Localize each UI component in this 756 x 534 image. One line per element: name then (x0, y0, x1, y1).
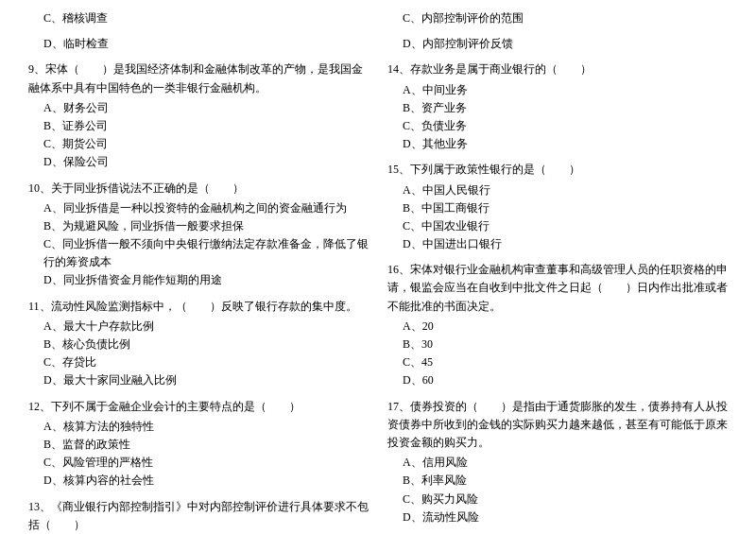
q10-opt-b: B、为规避风险，同业拆借一般要求担保 (28, 217, 369, 235)
q16-text: 16、宋体对银行业金融机构审查董事和高级管理人员的任职资格的申请，银监会应当在自… (387, 261, 728, 316)
q14-text: 14、存款业务是属于商业银行的（ ） (387, 60, 728, 78)
q12-opt-c: C、风险管理的严格性 (28, 454, 369, 472)
q15-opt-d: D、中国进出口银行 (387, 235, 728, 253)
q12-opt-b: B、监督的政策性 (28, 436, 369, 454)
q17-opt-b: B、利率风险 (387, 472, 728, 490)
question-10: 10、关于同业拆借说法不正确的是（ ） A、同业拆借是一种以投资特的金融机构之间… (28, 180, 369, 290)
q17-opt-a: A、信用风险 (387, 454, 728, 472)
left-item-c-audit: C、稽核调查 (28, 9, 369, 27)
q16-opt-c: C、45 (387, 353, 728, 371)
q17-opt-c: C、购买力风险 (387, 491, 728, 508)
q12-opt-d: D、核算内容的社会性 (28, 472, 369, 490)
q17-opt-d: D、流动性风险 (387, 508, 728, 526)
q14-opt-c: C、负债业务 (387, 117, 728, 135)
option-text: D、临时检查 (28, 35, 369, 53)
q11-opt-c: C、存贷比 (28, 353, 369, 371)
q11-opt-b: B、核心负债比例 (28, 336, 369, 353)
right-item-c-range: C、内部控制评价的范围 (387, 9, 728, 27)
q16-opt-d: D、60 (387, 371, 728, 389)
q12-opt-a: A、核算方法的独特性 (28, 418, 369, 436)
q14-opt-a: A、中间业务 (387, 81, 728, 99)
q16-opt-b: B、30 (387, 336, 728, 353)
left-column: C、稽核调查 D、临时检查 9、宋体（ ）是我国经济体制和金融体制改革的产物，是… (28, 9, 369, 534)
q14-opt-b: B、资产业务 (387, 99, 728, 117)
question-9: 9、宋体（ ）是我国经济体制和金融体制改革的产物，是我国金融体系中具有中国特色的… (28, 60, 369, 171)
q10-opt-c: C、同业拆借一般不须向中央银行缴纳法定存款准备金，降低了银行的筹资成本 (28, 235, 369, 271)
page-content: C、稽核调查 D、临时检查 9、宋体（ ）是我国经济体制和金融体制改革的产物，是… (28, 9, 728, 534)
q9-opt-d: D、保险公司 (28, 153, 369, 171)
q10-opt-a: A、同业拆借是一种以投资特的金融机构之间的资金融通行为 (28, 199, 369, 217)
q15-opt-b: B、中国工商银行 (387, 199, 728, 217)
question-14: 14、存款业务是属于商业银行的（ ） A、中间业务 B、资产业务 C、负债业务 … (387, 60, 728, 153)
q11-opt-d: D、最大十家同业融入比例 (28, 371, 369, 389)
q10-opt-d: D、同业拆借资金月能作短期的用途 (28, 271, 369, 289)
question-15: 15、下列属于政策性银行的是（ ） A、中国人民银行 B、中国工商银行 C、中国… (387, 161, 728, 253)
option-text: C、内部控制评价的范围 (387, 9, 728, 27)
q9-opt-b: B、证券公司 (28, 117, 369, 135)
q11-text: 11、流动性风险监测指标中，（ ）反映了银行存款的集中度。 (28, 298, 369, 316)
question-13: 13、《商业银行内部控制指引》中对内部控制评价进行具体要求不包括（ ） A、内部… (28, 498, 369, 535)
q9-opt-a: A、财务公司 (28, 99, 369, 117)
question-12: 12、下列不属于金融企业会计的主要特点的是（ ） A、核算方法的独特性 B、监督… (28, 398, 369, 491)
option-text: D、内部控制评价反馈 (387, 35, 728, 53)
question-11: 11、流动性风险监测指标中，（ ）反映了银行存款的集中度。 A、最大十户存款比例… (28, 298, 369, 390)
q12-text: 12、下列不属于金融企业会计的主要特点的是（ ） (28, 398, 369, 416)
option-text: C、稽核调查 (28, 9, 369, 27)
q13-text: 13、《商业银行内部控制指引》中对内部控制评价进行具体要求不包括（ ） (28, 498, 369, 534)
q15-opt-a: A、中国人民银行 (387, 181, 728, 199)
q15-text: 15、下列属于政策性银行的是（ ） (387, 161, 728, 179)
q9-text: 9、宋体（ ）是我国经济体制和金融体制改革的产物，是我国金融体系中具有中国特色的… (28, 60, 369, 96)
q16-opt-a: A、20 (387, 318, 728, 336)
q14-opt-d: D、其他业务 (387, 135, 728, 153)
question-16: 16、宋体对银行业金融机构审查董事和高级管理人员的任职资格的申请，银监会应当在自… (387, 261, 728, 389)
q15-opt-c: C、中国农业银行 (387, 217, 728, 235)
right-item-d-feedback: D、内部控制评价反馈 (387, 35, 728, 53)
question-17: 17、债券投资的（ ）是指由于通货膨胀的发生，债券持有人从投资债券中所收到的金钱… (387, 398, 728, 526)
q11-opt-a: A、最大十户存款比例 (28, 318, 369, 336)
q9-opt-c: C、期货公司 (28, 135, 369, 153)
right-column: C、内部控制评价的范围 D、内部控制评价反馈 14、存款业务是属于商业银行的（ … (387, 9, 728, 534)
left-item-d-temp: D、临时检查 (28, 35, 369, 53)
q17-text: 17、债券投资的（ ）是指由于通货膨胀的发生，债券持有人从投资债券中所收到的金钱… (387, 398, 728, 453)
q10-text: 10、关于同业拆借说法不正确的是（ ） (28, 180, 369, 198)
